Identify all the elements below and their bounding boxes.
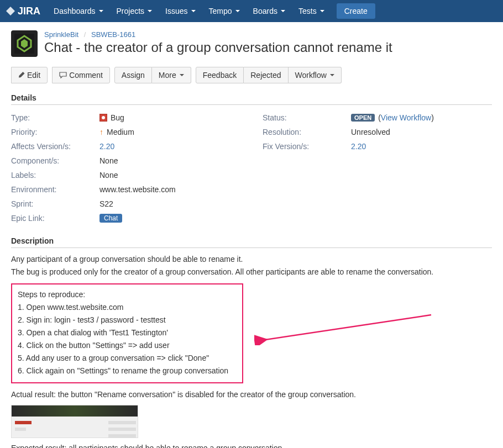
nav-tempo[interactable]: Tempo — [203, 3, 245, 19]
labels-value: None — [99, 171, 118, 180]
status-label: Status: — [263, 113, 351, 122]
create-button[interactable]: Create — [337, 3, 375, 19]
details-left-column: Type:Bug Priority:↑Medium Affects Versio… — [11, 110, 240, 225]
issue-content: SprinkleBit / SBWEB-1661 Chat - the crea… — [0, 22, 503, 448]
caret-down-icon — [281, 10, 285, 12]
expected-result: Expected result: all participants should… — [11, 442, 492, 448]
breadcrumb: SprinkleBit / SBWEB-1661 — [44, 30, 392, 39]
environment-label: Environment: — [11, 185, 99, 194]
jira-logo-text: JIRA — [18, 6, 40, 17]
sprint-value: S22 — [99, 199, 113, 208]
components-label: Component/s: — [11, 156, 99, 165]
description-intro-2: The bug is produced only for the creator… — [11, 266, 492, 278]
affects-value[interactable]: 2.20 — [99, 142, 114, 151]
caret-down-icon — [235, 10, 240, 12]
top-navbar: JIRA Dashboards Projects Issues Tempo Bo… — [0, 0, 503, 22]
resolution-value: Unresolved — [351, 128, 390, 136]
annotation-arrow-icon — [254, 312, 437, 345]
comment-button[interactable]: Comment — [52, 67, 110, 83]
project-avatar-icon — [14, 34, 34, 54]
description-body: Any participant of a group conversation … — [11, 254, 492, 448]
epic-link[interactable]: Chat — [99, 214, 122, 223]
components-value: None — [99, 156, 118, 165]
type-label: Type: — [11, 113, 99, 122]
priority-label: Priority: — [11, 128, 99, 136]
sprint-label: Sprint: — [11, 199, 99, 208]
caret-down-icon — [99, 10, 103, 12]
jira-logo-icon — [6, 6, 15, 16]
details-right-column: Status:OPEN(View Workflow) Resolution:Un… — [263, 110, 492, 225]
description-heading: Description — [11, 236, 492, 248]
status-badge: OPEN — [351, 114, 375, 122]
bug-icon — [99, 114, 107, 122]
breadcrumb-key[interactable]: SBWEB-1661 — [91, 30, 135, 39]
breadcrumb-separator: / — [84, 30, 86, 39]
view-workflow-link[interactable]: View Workflow — [381, 113, 431, 122]
priority-value: Medium — [107, 128, 134, 136]
details-grid: Type:Bug Priority:↑Medium Affects Versio… — [11, 110, 492, 225]
step-2: 2. Sign in: login - test3 / password - t… — [18, 314, 237, 326]
priority-arrow-icon: ↑ — [99, 128, 103, 136]
action-bar: Edit Comment Assign More Feedback Reject… — [11, 67, 492, 83]
type-value: Bug — [111, 113, 124, 122]
details-heading: Details — [11, 93, 492, 105]
more-button[interactable]: More — [152, 67, 191, 83]
svg-line-1 — [265, 315, 431, 340]
labels-label: Labels: — [11, 171, 99, 180]
caret-down-icon — [191, 10, 196, 12]
edit-button[interactable]: Edit — [11, 67, 48, 83]
issue-title: Chat - the creator of a group conversati… — [44, 40, 392, 55]
project-avatar[interactable] — [11, 30, 38, 57]
caret-down-icon — [148, 10, 152, 12]
breadcrumb-project[interactable]: SprinkleBit — [44, 30, 78, 39]
assign-button[interactable]: Assign — [114, 67, 152, 83]
jira-logo[interactable]: JIRA — [6, 6, 40, 17]
step-4: 4. Click on the button "Settings" => add… — [18, 340, 237, 351]
nav-boards[interactable]: Boards — [248, 3, 291, 19]
step-3: 3. Open a chat dialog with 'Test1 Testin… — [18, 327, 237, 339]
description-intro-1: Any participant of a group conversation … — [11, 254, 492, 265]
screenshot-thumbnail[interactable] — [11, 405, 138, 438]
issue-header: SprinkleBit / SBWEB-1661 Chat - the crea… — [11, 30, 492, 57]
nav-dashboards[interactable]: Dashboards — [48, 3, 109, 19]
epic-label: Epic Link: — [11, 214, 99, 223]
comment-icon — [59, 72, 67, 78]
nav-issues[interactable]: Issues — [160, 3, 201, 19]
workflow-button[interactable]: Workflow — [289, 67, 342, 83]
steps-title: Steps to reproduce: — [18, 289, 237, 301]
step-5: 5. Add any user to a group conversation … — [18, 352, 237, 364]
feedback-button[interactable]: Feedback — [196, 67, 244, 83]
fixversion-label: Fix Version/s: — [263, 142, 351, 151]
step-6: 6. Click again on "Settings" to rename t… — [18, 365, 237, 377]
nav-projects[interactable]: Projects — [111, 3, 158, 19]
actual-result: Actual result: the button "Rename conver… — [11, 389, 492, 400]
rejected-button[interactable]: Rejected — [244, 67, 288, 83]
caret-down-icon — [180, 74, 184, 76]
step-1: 1. Open www.test.website.com — [18, 302, 237, 313]
resolution-label: Resolution: — [263, 128, 351, 136]
caret-down-icon — [320, 10, 324, 12]
issue-title-block: SprinkleBit / SBWEB-1661 Chat - the crea… — [44, 30, 392, 55]
environment-value: www.test.website.com — [99, 185, 176, 194]
affects-label: Affects Version/s: — [11, 142, 99, 151]
nav-tests[interactable]: Tests — [293, 3, 330, 19]
caret-down-icon — [330, 74, 334, 76]
pencil-icon — [18, 72, 25, 78]
fixversion-value[interactable]: 2.20 — [351, 142, 366, 151]
steps-highlight-box: Steps to reproduce: 1. Open www.test.web… — [11, 283, 243, 383]
